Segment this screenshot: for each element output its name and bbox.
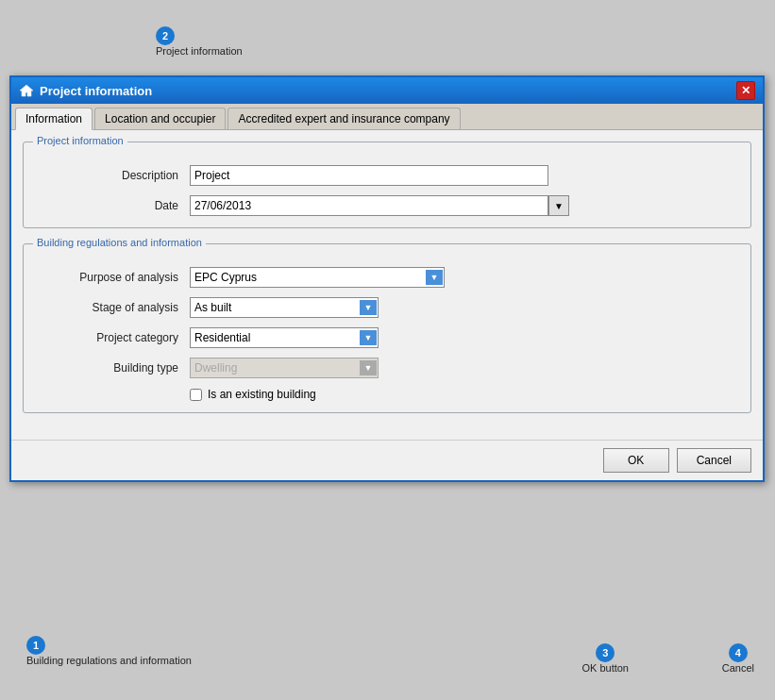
date-row: Date ▼ bbox=[39, 195, 735, 216]
annotation-circle-1: 1 bbox=[26, 636, 45, 655]
building-type-select-wrap: Dwelling ▼ bbox=[190, 358, 379, 378]
category-select[interactable]: Residential Commercial bbox=[190, 327, 379, 348]
building-type-label: Building type bbox=[39, 361, 190, 375]
building-regs-section-title: Building regulations and information bbox=[33, 237, 206, 248]
purpose-select-wrap: EPC Cyprus ▼ bbox=[190, 267, 445, 288]
date-label: Date bbox=[39, 199, 190, 212]
home-icon bbox=[19, 83, 34, 98]
project-information-dialog: Project information ✕ Information Locati… bbox=[9, 75, 765, 482]
annotation-circle-2: 2 bbox=[156, 26, 175, 45]
tab-accredited[interactable]: Accredited expert and insurance company bbox=[227, 108, 460, 129]
existing-building-row: Is an existing building bbox=[190, 388, 735, 401]
category-control: Residential Commercial ▼ bbox=[190, 327, 735, 348]
existing-building-checkbox[interactable] bbox=[190, 389, 202, 401]
dialog-body: Project information Description Date ▼ B… bbox=[11, 130, 763, 440]
category-row: Project category Residential Commercial … bbox=[39, 327, 735, 348]
titlebar-left: Project information bbox=[19, 83, 152, 98]
purpose-control: EPC Cyprus ▼ bbox=[190, 267, 735, 288]
stage-row: Stage of analysis As built Design Existi… bbox=[39, 297, 735, 318]
purpose-select[interactable]: EPC Cyprus bbox=[190, 267, 445, 288]
purpose-label: Purpose of analysis bbox=[39, 271, 190, 284]
tab-bar: Information Location and occupier Accred… bbox=[11, 104, 763, 130]
description-label: Description bbox=[39, 169, 190, 182]
existing-building-label: Is an existing building bbox=[208, 388, 316, 401]
category-label: Project category bbox=[39, 331, 190, 344]
date-control: ▼ bbox=[190, 195, 735, 216]
date-picker-button[interactable]: ▼ bbox=[548, 195, 569, 216]
date-input[interactable] bbox=[190, 195, 548, 216]
project-info-section: Project information Description Date ▼ bbox=[23, 142, 751, 228]
building-type-control: Dwelling ▼ bbox=[190, 358, 735, 378]
description-row: Description bbox=[39, 165, 735, 186]
project-info-section-title: Project information bbox=[33, 135, 127, 146]
annotation-2: 2 Project information bbox=[156, 26, 243, 57]
tab-location[interactable]: Location and occupier bbox=[94, 108, 226, 129]
description-input[interactable] bbox=[190, 165, 548, 186]
cancel-button[interactable]: Cancel bbox=[677, 448, 751, 473]
stage-select[interactable]: As built Design Existing bbox=[190, 297, 379, 318]
annotation-circle-3: 3 bbox=[596, 643, 615, 662]
annotation-circle-4: 4 bbox=[729, 643, 748, 662]
dialog-footer: OK Cancel bbox=[11, 440, 763, 480]
annotation-3: 3 OK button bbox=[581, 643, 629, 674]
purpose-row: Purpose of analysis EPC Cyprus ▼ bbox=[39, 267, 735, 288]
annotation-1: 1 Building regulations and information bbox=[26, 636, 192, 666]
stage-label: Stage of analysis bbox=[39, 301, 190, 314]
building-type-select[interactable]: Dwelling bbox=[190, 358, 379, 378]
ok-button[interactable]: OK bbox=[603, 448, 669, 473]
annotation-4: 4 Cancel bbox=[722, 643, 754, 674]
building-type-row: Building type Dwelling ▼ bbox=[39, 358, 735, 378]
tab-information[interactable]: Information bbox=[15, 108, 93, 130]
stage-select-wrap: As built Design Existing ▼ bbox=[190, 297, 379, 318]
close-button[interactable]: ✕ bbox=[736, 81, 755, 100]
description-control bbox=[190, 165, 735, 186]
stage-control: As built Design Existing ▼ bbox=[190, 297, 735, 318]
dialog-title: Project information bbox=[40, 84, 152, 98]
building-regs-section: Building regulations and information Pur… bbox=[23, 243, 751, 413]
category-select-wrap: Residential Commercial ▼ bbox=[190, 327, 379, 348]
dialog-titlebar: Project information ✕ bbox=[11, 77, 763, 104]
